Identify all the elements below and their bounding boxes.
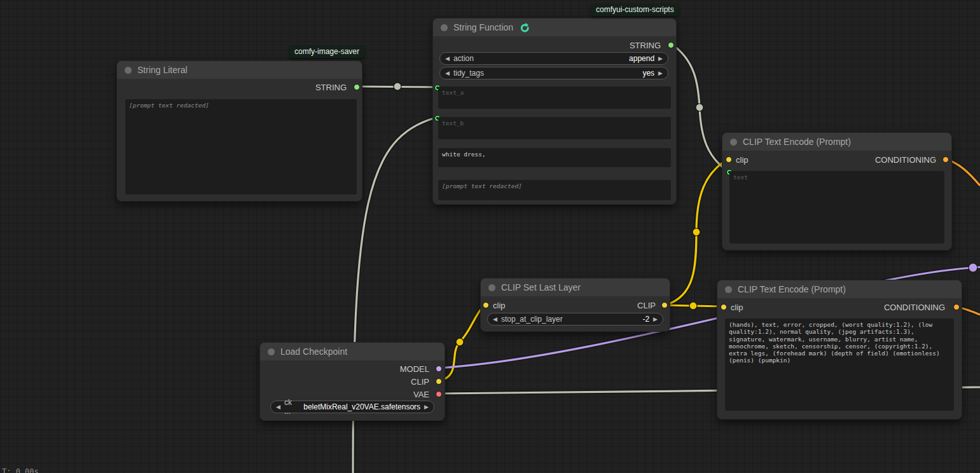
node-title: CLIP Text Encode (Prompt) [738, 284, 846, 294]
custom-scripts-swirl-icon [519, 22, 530, 33]
widget-label: action [453, 54, 474, 63]
string-output-port[interactable] [668, 42, 674, 48]
node-load-checkpoint[interactable]: Load Checkpoint MODEL CLIP VAE ◀ ck ... … [259, 342, 445, 421]
widget-label: stop_at_clip_layer [501, 315, 563, 324]
output-label-conditioning: CONDITIONING [875, 155, 936, 165]
comfyui-canvas[interactable]: { "canvas": { "status_text": "T: 0.00s" … [0, 0, 980, 473]
node-title-bar[interactable]: CLIP Set Last Layer [481, 278, 670, 296]
node-title: CLIP Text Encode (Prompt) [743, 137, 851, 147]
timer-status-text: T: 0.00s [2, 467, 39, 473]
widget-label: ck ... [284, 398, 298, 416]
negative-prompt-textarea[interactable]: (hands), text, error, cropped, (worst qu… [725, 319, 954, 411]
badge-comfy-image-saver: comfy-image-saver [289, 46, 364, 58]
text-c-textarea[interactable]: white dress, [438, 148, 671, 167]
widget-action[interactable]: ◀ action append ▶ [439, 52, 668, 65]
clip-input-port[interactable] [726, 156, 732, 163]
clip-output-port[interactable] [436, 378, 442, 385]
collapse-dot-icon[interactable] [125, 67, 132, 74]
output-label-vae: VAE [413, 390, 429, 399]
text-b-textarea[interactable]: text_b [438, 117, 671, 139]
increment-arrow-icon[interactable]: ▶ [658, 55, 663, 62]
node-title-bar[interactable]: CLIP Text Encode (Prompt) [722, 133, 951, 151]
decrement-arrow-icon[interactable]: ◀ [493, 316, 497, 322]
output-label-model: MODEL [400, 364, 429, 374]
increment-arrow-icon[interactable]: ▶ [653, 316, 658, 322]
widget-value: append [629, 54, 654, 63]
node-title: CLIP Set Last Layer [501, 282, 581, 292]
widget-label: tidy_tags [453, 69, 484, 78]
widget-value: -2 [642, 315, 649, 324]
node-string-function[interactable]: String Function STRING ◀ action append ▶… [432, 18, 677, 205]
increment-arrow-icon[interactable]: ▶ [424, 404, 429, 410]
clip-output-port[interactable] [661, 302, 668, 308]
string-literal-textarea[interactable]: [prompt text redacted] [125, 99, 357, 195]
collapse-dot-icon[interactable] [488, 284, 495, 291]
text-a-textarea[interactable]: text_a [438, 86, 671, 109]
output-label-clip: CLIP [411, 377, 429, 387]
clip-input-port[interactable] [483, 302, 489, 308]
node-title: String Function [453, 22, 513, 32]
node-string-literal[interactable]: String Literal STRING [prompt text redac… [116, 60, 362, 202]
node-clip-set-last-layer[interactable]: CLIP Set Last Layer clip CLIP ◀ stop_at_… [480, 278, 670, 332]
input-label-clip: clip [736, 155, 749, 165]
conditioning-output-port[interactable] [942, 156, 949, 163]
conditioning-output-port[interactable] [953, 304, 960, 310]
string-output-port[interactable] [354, 84, 360, 90]
widget-value: beletMixReal_v20VAE.safetensors [303, 402, 420, 411]
collapse-dot-icon[interactable] [725, 286, 732, 293]
output-label-clip: CLIP [637, 301, 656, 310]
input-label-clip: clip [493, 301, 506, 310]
widget-ckpt-name[interactable]: ◀ ck ... beletMixReal_v20VAE.safetensors… [270, 401, 434, 413]
node-title-bar[interactable]: Load Checkpoint [260, 343, 445, 360]
badge-comfyui-custom-scripts: comfyui-custom-scripts [591, 4, 679, 16]
widget-stop-at-clip-layer[interactable]: ◀ stop_at_clip_layer -2 ▶ [487, 313, 663, 326]
model-output-port[interactable] [436, 366, 442, 372]
vae-output-port[interactable] [436, 391, 442, 397]
decrement-arrow-icon[interactable]: ◀ [445, 55, 450, 62]
node-title: String Literal [137, 65, 188, 75]
widget-value: yes [642, 69, 654, 78]
input-label-clip: clip [731, 303, 743, 312]
node-title-bar[interactable]: String Literal [117, 61, 362, 79]
output-label-string: STRING [630, 41, 661, 50]
node-clip-text-encode-negative[interactable]: CLIP Text Encode (Prompt) clip CONDITION… [717, 280, 962, 420]
collapse-dot-icon[interactable] [268, 348, 275, 355]
output-label-conditioning: CONDITIONING [884, 303, 945, 312]
clip-input-port[interactable] [721, 304, 727, 310]
node-title: Load Checkpoint [280, 346, 347, 357]
collapse-dot-icon[interactable] [730, 139, 737, 146]
decrement-arrow-icon[interactable]: ◀ [445, 70, 450, 76]
text-textarea[interactable]: text [729, 171, 944, 243]
decrement-arrow-icon[interactable]: ◀ [276, 404, 280, 410]
collapse-dot-icon[interactable] [441, 24, 448, 31]
node-title-bar[interactable]: CLIP Text Encode (Prompt) [717, 280, 962, 298]
node-title-bar[interactable]: String Function [433, 18, 676, 36]
increment-arrow-icon[interactable]: ▶ [658, 70, 663, 76]
output-label-string: STRING [315, 83, 347, 92]
result-preview-textarea[interactable]: [prompt text redacted] [438, 180, 671, 200]
widget-tidy-tags[interactable]: ◀ tidy_tags yes ▶ [439, 67, 668, 79]
node-clip-text-encode-positive[interactable]: CLIP Text Encode (Prompt) clip CONDITION… [722, 132, 952, 250]
